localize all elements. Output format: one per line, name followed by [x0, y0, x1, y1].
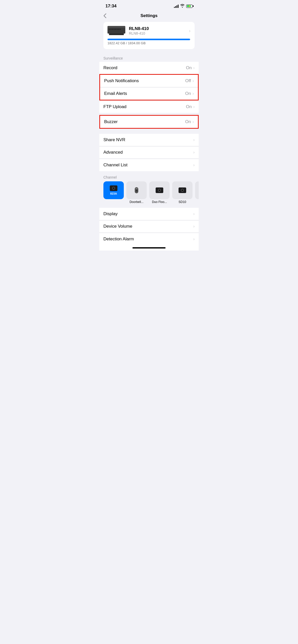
display-right: ›: [193, 212, 195, 216]
record-label: Record: [103, 65, 117, 70]
display-label: Display: [103, 211, 118, 216]
device-volume-item[interactable]: Device Volume ›: [99, 220, 199, 233]
device-name: RLN8-410: [129, 26, 149, 31]
channel-list-right: ›: [193, 163, 195, 167]
page-title: Settings: [140, 13, 157, 18]
detection-alarm-label: Detection Alarm: [103, 237, 134, 242]
advanced-label: Advanced: [103, 150, 123, 155]
channel-item-e1[interactable]: E1 outc...: [195, 181, 199, 204]
buzzer-label: Buzzer: [104, 119, 118, 124]
signal-icon: [174, 4, 179, 8]
share-nvr-right: ›: [193, 138, 195, 142]
buzzer-value: On ›: [185, 119, 194, 124]
status-bar: 17:34 ⚡: [99, 0, 199, 11]
channel-icon-duo-floo: [149, 181, 170, 199]
share-nvr-chevron-icon: ›: [193, 138, 195, 142]
push-notifications-value: Off ›: [185, 78, 194, 83]
record-value: On ›: [186, 65, 195, 70]
buzzer-chevron-icon: ›: [193, 120, 194, 124]
channel-list-chevron-icon: ›: [193, 163, 195, 167]
surveillance-section-label: Surveillance: [99, 54, 199, 62]
channel-list-label: Channel List: [103, 163, 128, 168]
device-storage: 1822.42 GB / 1834.00 GB: [107, 39, 191, 45]
ftp-upload-value: On ›: [186, 104, 195, 109]
device-card[interactable]: RLN8-410 RLN8-410 › 1822.42 GB / 1834.00…: [103, 22, 195, 49]
push-notifications-item[interactable]: Push Notifications Off ›: [100, 75, 198, 87]
email-alerts-value: On ›: [185, 91, 194, 96]
record-chevron-icon: ›: [193, 66, 195, 70]
channel-label-sd10: SD10: [179, 200, 186, 204]
settings-block-record: Record On ›: [99, 62, 199, 74]
share-nvr-item[interactable]: Share NVR ›: [99, 134, 199, 146]
highlight-group-buzzer: Buzzer On ›: [99, 115, 199, 129]
highlight-group-notifications: Push Notifications Off › Email Alerts On…: [99, 74, 199, 100]
channel-item-doorbell[interactable]: Doorbell...: [126, 181, 147, 204]
channel-item-823a[interactable]: 823A: [103, 181, 124, 204]
device-model: RLN8-410: [129, 31, 149, 35]
advanced-item[interactable]: Advanced ›: [99, 146, 199, 159]
channel-label-823a: 823A: [110, 192, 117, 195]
wifi-icon: [180, 4, 185, 8]
detection-alarm-chevron-icon: ›: [193, 237, 195, 241]
record-item[interactable]: Record On ›: [99, 62, 199, 74]
settings-block-ftp: FTP Upload On ›: [99, 100, 199, 113]
home-indicator: [99, 245, 199, 251]
back-button[interactable]: [103, 13, 106, 18]
channel-icon-e1: [195, 181, 199, 199]
push-notifications-label: Push Notifications: [104, 78, 139, 83]
email-alerts-chevron-icon: ›: [193, 91, 194, 96]
ftp-upload-chevron-icon: ›: [193, 105, 195, 109]
channel-icon-823a: 823A: [103, 181, 124, 199]
buzzer-item[interactable]: Buzzer On ›: [100, 116, 198, 128]
device-volume-label: Device Volume: [103, 224, 132, 229]
push-notifications-chevron-icon: ›: [193, 79, 194, 83]
channel-label-doorbell: Doorbell...: [130, 200, 144, 204]
ftp-upload-label: FTP Upload: [103, 104, 126, 109]
channel-section-label: Channel: [99, 171, 199, 181]
display-chevron-icon: ›: [193, 212, 195, 216]
email-alerts-label: Email Alerts: [104, 91, 127, 96]
device-volume-right: ›: [193, 224, 195, 229]
email-alerts-item[interactable]: Email Alerts On ›: [100, 87, 198, 100]
storage-text: 1822.42 GB / 1834.00 GB: [107, 41, 191, 45]
storage-bar-fill: [107, 39, 190, 40]
nav-header: Settings: [99, 11, 199, 22]
channel-label-duo-floo: Duo Floo...: [152, 200, 167, 204]
advanced-chevron-icon: ›: [193, 150, 195, 155]
advanced-right: ›: [193, 150, 195, 155]
device-image: [107, 26, 126, 36]
detection-alarm-right: ›: [193, 237, 195, 241]
ftp-upload-item[interactable]: FTP Upload On ›: [99, 100, 199, 113]
device-chevron-icon: ›: [189, 28, 191, 34]
status-time: 17:34: [105, 4, 116, 9]
home-bar: [132, 247, 166, 248]
detection-alarm-item[interactable]: Detection Alarm ›: [99, 233, 199, 245]
channel-item-sd10[interactable]: SD10: [172, 181, 193, 204]
device-volume-chevron-icon: ›: [193, 224, 195, 229]
channel-scroll: 823A Doorbell... Duo Floo...: [99, 181, 199, 208]
channel-item-duo-floo[interactable]: Duo Floo...: [149, 181, 170, 204]
channel-list-item[interactable]: Channel List ›: [99, 159, 199, 171]
battery-icon: ⚡: [186, 5, 193, 8]
channel-icon-sd10: [172, 181, 193, 199]
channel-settings-group: Display › Device Volume › Detection Alar…: [99, 208, 199, 245]
display-item[interactable]: Display ›: [99, 208, 199, 220]
share-nvr-label: Share NVR: [103, 137, 125, 142]
general-settings-group: Share NVR › Advanced › Channel List ›: [99, 134, 199, 171]
channel-icon-doorbell: [126, 181, 147, 199]
status-icons: ⚡: [174, 4, 193, 8]
